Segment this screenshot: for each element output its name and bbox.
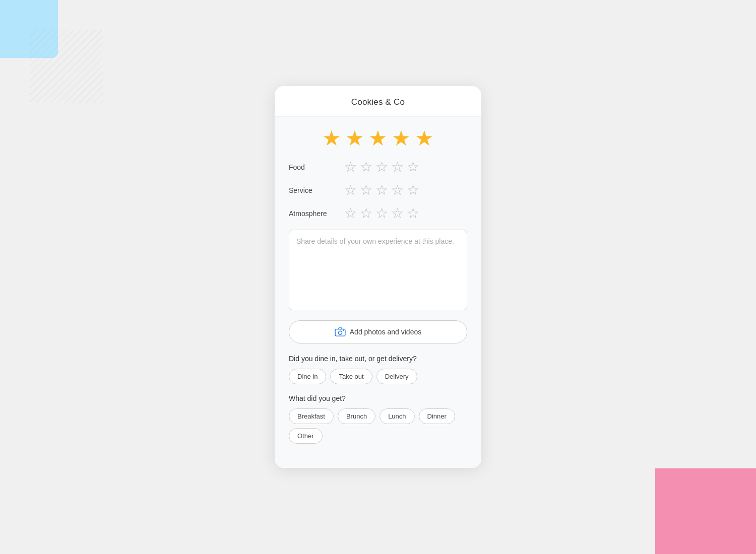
service-star-1[interactable]: ☆ xyxy=(344,183,357,197)
business-name: Cookies & Co xyxy=(351,97,405,107)
review-textarea[interactable] xyxy=(289,230,467,310)
delivery-chip[interactable]: Delivery xyxy=(376,369,417,384)
service-star-3[interactable]: ☆ xyxy=(375,183,388,197)
add-photos-button[interactable]: + Add photos and videos xyxy=(289,320,467,343)
atmosphere-stars[interactable]: ☆ ☆ ☆ ☆ ☆ xyxy=(344,206,419,221)
overall-star-1[interactable]: ★ xyxy=(322,128,341,149)
svg-point-3 xyxy=(338,331,342,334)
food-star-1[interactable]: ☆ xyxy=(344,160,357,174)
other-chip[interactable]: Other xyxy=(289,428,323,444)
food-question: What did you get? xyxy=(289,394,467,402)
atmosphere-label: Atmosphere xyxy=(289,210,344,218)
bg-hatched-decoration xyxy=(30,30,103,103)
atmosphere-star-5[interactable]: ☆ xyxy=(407,206,419,221)
card-header: Cookies & Co xyxy=(275,86,481,117)
lunch-chip[interactable]: Lunch xyxy=(380,408,414,424)
service-rating-row: Service ☆ ☆ ☆ ☆ ☆ xyxy=(289,183,467,197)
atmosphere-star-4[interactable]: ☆ xyxy=(391,206,404,221)
dinner-chip[interactable]: Dinner xyxy=(419,408,455,424)
food-star-4[interactable]: ☆ xyxy=(391,160,404,174)
camera-icon: + xyxy=(335,327,346,336)
dine-chips: Dine in Take out Delivery xyxy=(289,369,467,384)
svg-text:+: + xyxy=(342,327,344,330)
atmosphere-star-2[interactable]: ☆ xyxy=(360,206,372,221)
dine-question: Did you dine in, take out, or get delive… xyxy=(289,355,467,363)
service-stars[interactable]: ☆ ☆ ☆ ☆ ☆ xyxy=(344,183,419,197)
food-rating-row: Food ☆ ☆ ☆ ☆ ☆ xyxy=(289,160,467,174)
review-card: Cookies & Co ★ ★ ★ ★ ★ Food ☆ ☆ ☆ ☆ ☆ Se… xyxy=(275,86,481,468)
card-body: ★ ★ ★ ★ ★ Food ☆ ☆ ☆ ☆ ☆ Service ☆ ☆ ☆ xyxy=(275,117,481,468)
atmosphere-rating-row: Atmosphere ☆ ☆ ☆ ☆ ☆ xyxy=(289,206,467,221)
take-out-chip[interactable]: Take out xyxy=(330,369,372,384)
food-label: Food xyxy=(289,163,344,171)
overall-star-4[interactable]: ★ xyxy=(392,128,411,149)
bg-pink-decoration xyxy=(655,468,756,554)
svg-rect-1 xyxy=(30,30,103,103)
service-star-2[interactable]: ☆ xyxy=(360,183,372,197)
brunch-chip[interactable]: Brunch xyxy=(338,408,375,424)
atmosphere-star-3[interactable]: ☆ xyxy=(375,206,388,221)
service-label: Service xyxy=(289,186,344,194)
service-star-5[interactable]: ☆ xyxy=(407,183,419,197)
overall-star-2[interactable]: ★ xyxy=(345,128,364,149)
breakfast-chip[interactable]: Breakfast xyxy=(289,408,334,424)
service-star-4[interactable]: ☆ xyxy=(391,183,404,197)
food-star-2[interactable]: ☆ xyxy=(360,160,372,174)
food-star-3[interactable]: ☆ xyxy=(375,160,388,174)
overall-star-3[interactable]: ★ xyxy=(368,128,388,149)
atmosphere-star-1[interactable]: ☆ xyxy=(344,206,357,221)
svg-point-4 xyxy=(343,330,344,331)
food-star-5[interactable]: ☆ xyxy=(407,160,419,174)
food-stars[interactable]: ☆ ☆ ☆ ☆ ☆ xyxy=(344,160,419,174)
overall-star-rating[interactable]: ★ ★ ★ ★ ★ xyxy=(289,128,467,149)
add-photos-label: Add photos and videos xyxy=(350,328,421,336)
food-chips: Breakfast Brunch Lunch Dinner Other xyxy=(289,408,467,444)
overall-star-5[interactable]: ★ xyxy=(415,128,434,149)
dine-in-chip[interactable]: Dine in xyxy=(289,369,326,384)
